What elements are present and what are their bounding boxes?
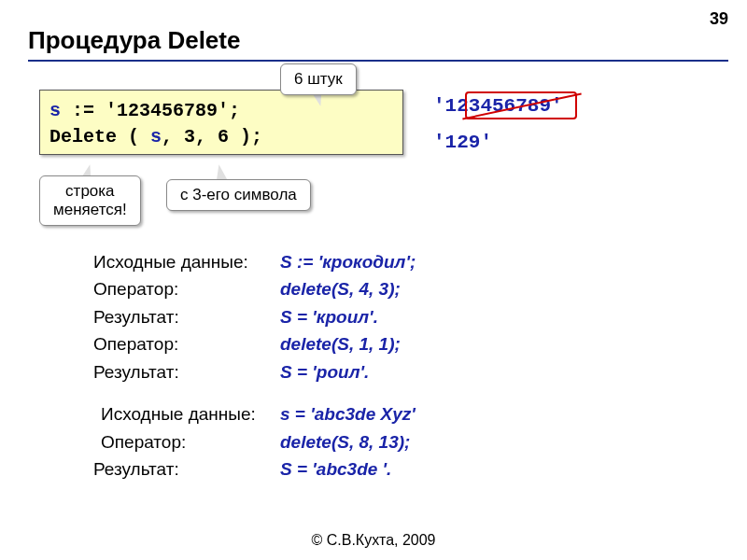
examples-block: Исходные данные: S := 'крокодил'; Операт… [93,248,416,483]
code-line-2: Delete ( s, 3, 6 ); [49,124,393,150]
code-num: 3 [184,126,195,147]
code-line-1: s := '123456789'; [49,98,393,124]
code-text: , [162,126,184,147]
example-label: Оператор: [93,330,280,357]
example-row: Результат: S = 'роил'. [93,358,416,385]
callout-line: меняется! [53,201,127,219]
example-label: Результат: [93,358,280,385]
example-block-2: Исходные данные: s = 'abc3de Xyz' Операт… [93,400,416,455]
title-text: Процедура Delete [28,26,240,54]
example-row: Оператор: delete(S, 1, 1); [93,330,416,357]
example-row: Исходные данные: S := 'крокодил'; [93,248,416,275]
example-value: delete(S, 8, 13); [280,428,410,455]
code-text: , [195,126,218,147]
callout-six-count: 6 штук [280,63,357,95]
example-label: Результат: [93,303,280,330]
example-label: Оператор: [93,275,280,302]
copyright-footer: © С.В.Кухта, 2009 [0,532,747,549]
right-result: '129' [433,132,563,153]
example-label: Оператор: [93,428,280,455]
callout-line: строка [53,182,127,201]
example-row: Результат: S = 'abc3de '. [93,455,416,483]
example-row: Исходные данные: s = 'abc3de Xyz' [93,400,416,427]
example-value: delete(S, 4, 3); [280,275,401,302]
callout-string-changes: строка меняется! [39,175,141,226]
example-value: S = 'abc3de '. [280,455,391,483]
code-text: Delete ( [49,126,150,147]
example-value: S = 'роил'. [280,358,369,385]
example-row: Результат: S = 'кроил'. [93,303,416,330]
example-label: Исходные данные: [93,248,280,275]
code-box: s := '123456789'; Delete ( s, 3, 6 ); [39,90,403,155]
page-number: 39 [710,9,728,29]
example-value: S := 'крокодил'; [280,248,416,275]
code-text: := '123456789'; [61,100,240,121]
example-label: Исходные данные: [93,400,280,427]
example-label: Результат: [93,455,280,483]
strikeout-slash [461,90,583,121]
code-var-s: s [49,100,61,121]
example-row: Оператор: delete(S, 8, 13); [93,428,416,455]
example-value: S = 'кроил'. [280,303,378,330]
callout-from-third: с 3-его символа [166,179,311,211]
title-underline [28,60,728,62]
code-text: ); [229,126,262,147]
slide-title: Процедура Delete [28,26,240,55]
code-var-s: s [150,126,162,147]
example-row: Оператор: delete(S, 4, 3); [93,275,416,302]
example-value: s = 'abc3de Xyz' [280,400,416,427]
example-value: delete(S, 1, 1); [280,330,401,357]
code-num: 6 [218,126,229,147]
